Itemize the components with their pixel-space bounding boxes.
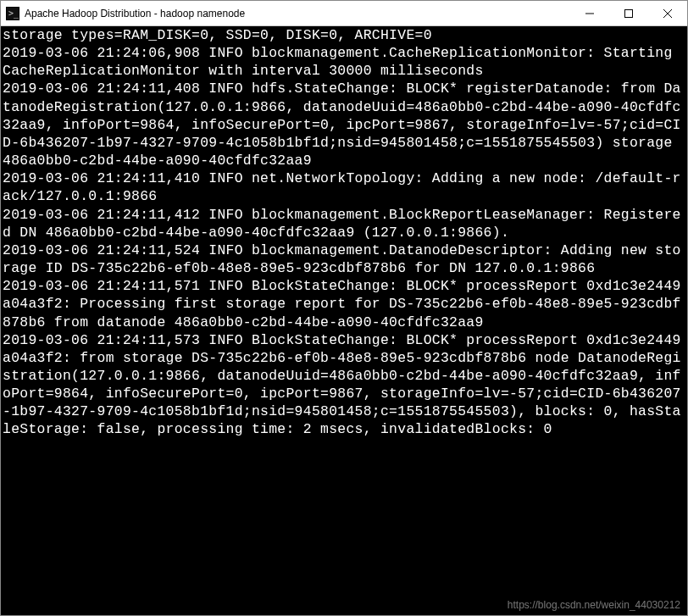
console-text: storage types=RAM_DISK=0, SSD=0, DISK=0,… <box>3 27 681 437</box>
terminal-icon: >_ <box>6 7 19 20</box>
window-controls <box>570 1 687 25</box>
window-titlebar[interactable]: >_ Apache Hadoop Distribution - hadoop n… <box>1 1 687 26</box>
minimize-button[interactable] <box>570 1 609 26</box>
close-button[interactable] <box>648 1 687 26</box>
watermark-text: https://blog.csdn.net/weixin_44030212 <box>508 599 680 612</box>
console-output[interactable]: storage types=RAM_DISK=0, SSD=0, DISK=0,… <box>1 26 687 615</box>
svg-text:>_: >_ <box>8 8 19 19</box>
window-title: Apache Hadoop Distribution - hadoop name… <box>25 8 570 19</box>
svg-rect-4 <box>625 10 633 18</box>
maximize-button[interactable] <box>609 1 648 26</box>
